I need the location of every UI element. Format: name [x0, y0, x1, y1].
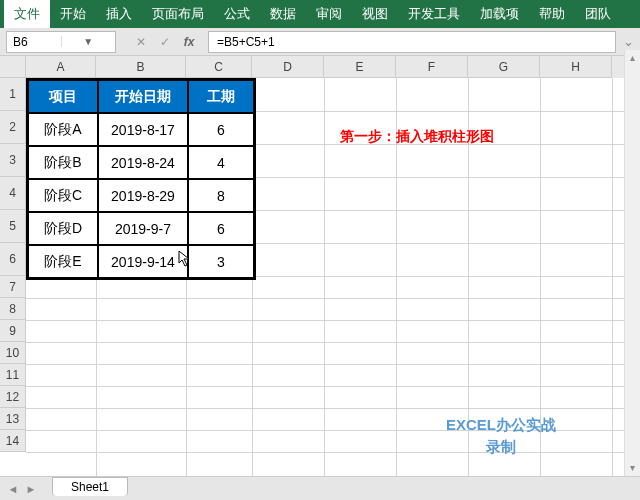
row-header-3[interactable]: 3: [0, 144, 26, 177]
scroll-up-icon[interactable]: ▴: [625, 50, 640, 66]
name-box-dropdown-icon[interactable]: ▼: [61, 36, 116, 47]
column-headers: A B C D E F G H: [0, 56, 640, 78]
col-header-A[interactable]: A: [26, 56, 96, 78]
annotation-text: 第一步：插入堆积柱形图: [340, 128, 494, 146]
table-cell[interactable]: 2019-8-17: [98, 113, 188, 146]
table-cell[interactable]: 8: [188, 179, 254, 212]
table-cell[interactable]: 阶段C: [28, 179, 98, 212]
worksheet: A B C D E F G H 1234567891011121314 项目开始…: [0, 56, 640, 476]
sheet-tab-bar: ◄ ► Sheet1: [0, 476, 640, 500]
table-cell[interactable]: 阶段D: [28, 212, 98, 245]
table-header-cell[interactable]: 项目: [28, 80, 98, 113]
col-header-C[interactable]: C: [186, 56, 252, 78]
row-header-4[interactable]: 4: [0, 177, 26, 210]
formula-text: =B5+C5+1: [217, 35, 275, 49]
table-cell[interactable]: 6: [188, 113, 254, 146]
table-cell[interactable]: 2019-8-29: [98, 179, 188, 212]
row-header-5[interactable]: 5: [0, 210, 26, 243]
ribbon-tab-7[interactable]: 视图: [352, 0, 398, 28]
row-header-13[interactable]: 13: [0, 408, 26, 430]
formula-buttons: ✕ ✓ fx: [122, 32, 208, 52]
col-header-G[interactable]: G: [468, 56, 540, 78]
col-header-D[interactable]: D: [252, 56, 324, 78]
cells-area[interactable]: 项目开始日期工期阶段A2019-8-176阶段B2019-8-244阶段C201…: [26, 78, 640, 476]
col-header-E[interactable]: E: [324, 56, 396, 78]
row-header-2[interactable]: 2: [0, 111, 26, 144]
ribbon-tab-11[interactable]: 团队: [575, 0, 621, 28]
scroll-down-icon[interactable]: ▾: [625, 460, 640, 476]
fx-icon[interactable]: fx: [178, 32, 200, 52]
table-cell[interactable]: 阶段A: [28, 113, 98, 146]
col-header-H[interactable]: H: [540, 56, 612, 78]
formula-input[interactable]: =B5+C5+1: [208, 31, 616, 53]
ribbon-tab-1[interactable]: 开始: [50, 0, 96, 28]
ribbon: 文件开始插入页面布局公式数据审阅视图开发工具加载项帮助团队: [0, 0, 640, 28]
row-header-8[interactable]: 8: [0, 298, 26, 320]
tab-nav: ◄ ►: [0, 482, 44, 496]
table-cell[interactable]: 2019-9-7: [98, 212, 188, 245]
vertical-scrollbar[interactable]: ▴ ▾: [624, 50, 640, 476]
select-all-corner[interactable]: [0, 56, 26, 78]
row-header-1[interactable]: 1: [0, 78, 26, 111]
watermark: EXCEL办公实战 录制: [446, 414, 556, 458]
row-header-6[interactable]: 6: [0, 243, 26, 276]
table-header-cell[interactable]: 工期: [188, 80, 254, 113]
sheet-tab[interactable]: Sheet1: [52, 477, 128, 496]
formula-bar: B6 ▼ ✕ ✓ fx =B5+C5+1 ⌄: [0, 28, 640, 56]
ribbon-tab-9[interactable]: 加载项: [470, 0, 529, 28]
table-cell[interactable]: 4: [188, 146, 254, 179]
ribbon-tab-5[interactable]: 数据: [260, 0, 306, 28]
row-header-12[interactable]: 12: [0, 386, 26, 408]
table-cell[interactable]: 2019-8-24: [98, 146, 188, 179]
ribbon-tab-10[interactable]: 帮助: [529, 0, 575, 28]
ribbon-tab-4[interactable]: 公式: [214, 0, 260, 28]
row-headers: 1234567891011121314: [0, 78, 26, 476]
table-cell[interactable]: 6: [188, 212, 254, 245]
ribbon-tab-2[interactable]: 插入: [96, 0, 142, 28]
expand-formula-icon[interactable]: ⌄: [622, 34, 640, 49]
table-cell[interactable]: 阶段E: [28, 245, 98, 278]
col-header-B[interactable]: B: [96, 56, 186, 78]
tab-nav-prev-icon[interactable]: ◄: [6, 482, 20, 496]
row-header-7[interactable]: 7: [0, 276, 26, 298]
ribbon-tab-6[interactable]: 审阅: [306, 0, 352, 28]
data-table: 项目开始日期工期阶段A2019-8-176阶段B2019-8-244阶段C201…: [26, 78, 256, 280]
ribbon-tab-8[interactable]: 开发工具: [398, 0, 470, 28]
ribbon-tab-3[interactable]: 页面布局: [142, 0, 214, 28]
row-header-11[interactable]: 11: [0, 364, 26, 386]
watermark-line2: 录制: [446, 436, 556, 458]
table-cell[interactable]: 3: [188, 245, 254, 278]
accept-icon[interactable]: ✓: [154, 32, 176, 52]
table-header-cell[interactable]: 开始日期: [98, 80, 188, 113]
table-cell[interactable]: 2019-9-14: [98, 245, 188, 278]
name-box[interactable]: B6 ▼: [6, 31, 116, 53]
row-header-10[interactable]: 10: [0, 342, 26, 364]
watermark-line1: EXCEL办公实战: [446, 414, 556, 436]
name-box-value: B6: [7, 35, 61, 49]
table-cell[interactable]: 阶段B: [28, 146, 98, 179]
row-header-14[interactable]: 14: [0, 430, 26, 452]
ribbon-tab-0[interactable]: 文件: [4, 0, 50, 28]
col-header-F[interactable]: F: [396, 56, 468, 78]
cancel-icon[interactable]: ✕: [130, 32, 152, 52]
row-header-9[interactable]: 9: [0, 320, 26, 342]
tab-nav-next-icon[interactable]: ►: [24, 482, 38, 496]
